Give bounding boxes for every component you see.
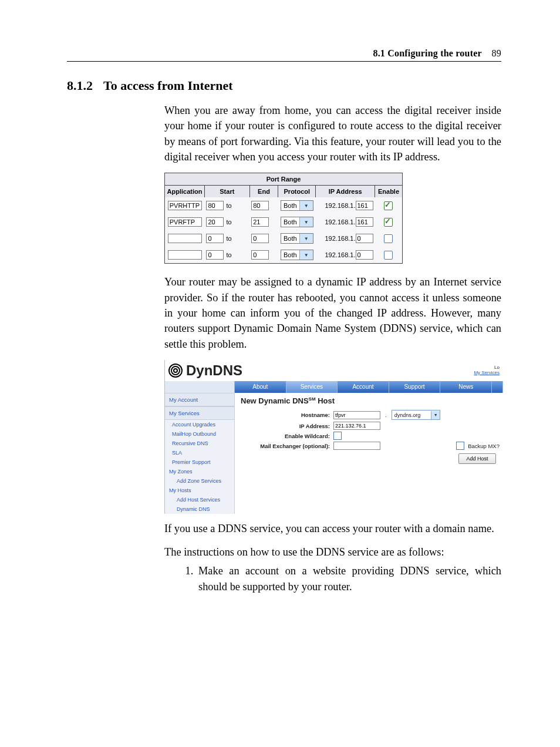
backup-mx-checkbox[interactable] (456, 442, 464, 450)
dyndns-form-title: New Dynamic DNSSM Host (241, 396, 500, 405)
lbl-backup-mx: Backup MX? (468, 443, 500, 449)
pf-h-start: Start (204, 186, 249, 197)
pf-end-field[interactable] (251, 201, 269, 210)
pf-h-ip: IP Address (316, 186, 375, 197)
sidebar-item[interactable]: MailHop Outbound (165, 429, 234, 439)
lbl-ip: IP Address: (241, 423, 330, 429)
wildcard-checkbox[interactable] (333, 432, 342, 440)
dyndns-nav-services[interactable]: Services (286, 381, 338, 393)
pf-start-field[interactable] (206, 234, 224, 243)
pf-h-proto: Protocol (278, 186, 316, 197)
port-forward-figure: Port Range Application Start End Protoco… (164, 173, 403, 264)
pf-ip-prefix: 192.168.1. (325, 251, 356, 258)
sidebar-item[interactable]: Add Zone Services (165, 476, 234, 486)
pf-app-field[interactable] (168, 201, 202, 210)
pf-protocol-select[interactable]: Both▼ (281, 250, 313, 260)
sidebar-item[interactable]: Account Upgrades (165, 420, 234, 429)
pf-to-label: to (224, 235, 234, 242)
dyndns-nav-account[interactable]: Account (338, 381, 389, 393)
running-header-ref: 8.1 Configuring the router (373, 48, 481, 58)
hostname-dot: . (384, 412, 388, 418)
sidebar-my-hosts[interactable]: My Hosts (165, 486, 234, 495)
dyndns-title-c: Host (316, 396, 335, 405)
pf-ip-field[interactable] (356, 250, 373, 260)
sidebar-my-zones[interactable]: My Zones (165, 467, 234, 476)
dyndns-nav-news[interactable]: News (440, 381, 492, 393)
pf-enable-checkbox[interactable] (384, 201, 393, 210)
pf-protocol-select[interactable]: Both▼ (281, 200, 313, 211)
lbl-hostname: Hostname: (241, 412, 330, 418)
chevron-down-icon: ▼ (299, 234, 313, 243)
dyndns-title-sm: SM (309, 396, 316, 402)
pf-h-enable: Enable (375, 186, 403, 197)
pf-protocol-select[interactable]: Both▼ (281, 217, 313, 227)
pf-row: toBoth▼192.168.1. (165, 197, 402, 214)
dyndns-top-link-2[interactable]: My Services (474, 371, 500, 376)
dyndns-logo: DynDNS (168, 362, 242, 379)
pf-enable-checkbox[interactable] (384, 251, 393, 260)
chevron-down-icon: ▼ (431, 411, 440, 419)
pf-enable-checkbox[interactable] (384, 234, 393, 243)
pf-title: Port Range (165, 173, 402, 186)
ip-field[interactable] (333, 422, 380, 430)
hostname-field[interactable] (333, 411, 380, 419)
dyndns-nav-support[interactable]: Support (389, 381, 441, 393)
dyndns-nav-about[interactable]: About (235, 381, 286, 393)
hostname-domain-select[interactable]: dyndns.org ▼ (392, 410, 441, 420)
sidebar-item[interactable]: Dynamic DNS (165, 504, 234, 514)
dyndns-nav-spacer (165, 381, 235, 393)
pf-h-app: Application (165, 186, 204, 197)
pf-to-label: to (224, 218, 234, 226)
chevron-down-icon: ▼ (299, 250, 313, 260)
pf-ip-field[interactable] (356, 201, 373, 210)
ddns-explain-paragraph: Your router may be assigned to a dynamic… (164, 274, 501, 352)
page-number: 89 (492, 48, 501, 58)
pf-protocol-value: Both (281, 218, 299, 226)
chevron-down-icon: ▼ (299, 217, 313, 227)
section-heading: 8.1.2 To access from Internet (67, 78, 501, 93)
sidebar-item[interactable]: Add Host Services (165, 495, 234, 504)
pf-end-field[interactable] (251, 217, 269, 227)
section-number: 8.1.2 (67, 78, 93, 93)
pf-app-field[interactable] (168, 234, 202, 243)
pf-ip-prefix: 192.168.1. (325, 235, 356, 242)
pf-start-field[interactable] (206, 217, 224, 227)
pf-ip-prefix: 192.168.1. (325, 202, 356, 209)
dyndns-title-a: New Dynamic DNS (241, 396, 309, 405)
pf-to-label: to (224, 202, 234, 209)
pf-ip-prefix: 192.168.1. (325, 218, 356, 226)
pf-to-label: to (224, 251, 234, 258)
section-title: To access from Internet (103, 78, 233, 93)
sidebar-my-services[interactable]: My Services (165, 406, 234, 420)
mx-field[interactable] (333, 442, 380, 450)
lbl-mx: Mail Exchanger (optional): (241, 443, 330, 449)
pf-end-field[interactable] (251, 250, 269, 260)
chevron-down-icon: ▼ (299, 201, 313, 210)
pf-protocol-value: Both (281, 202, 299, 209)
dyndns-nav-tail (492, 381, 503, 393)
sidebar-item[interactable]: Recursive DNS (165, 439, 234, 448)
pf-app-field[interactable] (168, 217, 202, 227)
pf-enable-checkbox[interactable] (384, 218, 393, 227)
sidebar-item[interactable]: Premier Support (165, 457, 234, 467)
pf-row: toBoth▼192.168.1. (165, 214, 402, 230)
sidebar-my-account[interactable]: My Account (165, 393, 234, 406)
add-host-button[interactable]: Add Host (458, 453, 496, 464)
pf-protocol-value: Both (281, 235, 299, 242)
pf-app-field[interactable] (168, 250, 202, 260)
dyndns-logo-icon (168, 364, 183, 378)
ddns-benefit-paragraph: If you use a DDNS service, you can acces… (164, 521, 501, 536)
pf-start-field[interactable] (206, 250, 224, 260)
pf-end-field[interactable] (251, 234, 269, 243)
header-rule (67, 61, 501, 62)
pf-start-field[interactable] (206, 201, 224, 210)
dyndns-navbar: About Services Account Support News (165, 381, 503, 393)
ddns-steps: Make an account on a website providing D… (164, 563, 501, 594)
pf-protocol-select[interactable]: Both▼ (281, 233, 313, 244)
dyndns-figure: DynDNS Lo My Services About Services Acc… (164, 360, 503, 514)
ddns-step-1: Make an account on a website providing D… (196, 563, 501, 594)
intro-paragraph: When you are away from home, you can acc… (164, 103, 501, 164)
pf-ip-field[interactable] (356, 234, 373, 243)
sidebar-item[interactable]: SLA (165, 448, 234, 457)
pf-ip-field[interactable] (356, 217, 373, 227)
